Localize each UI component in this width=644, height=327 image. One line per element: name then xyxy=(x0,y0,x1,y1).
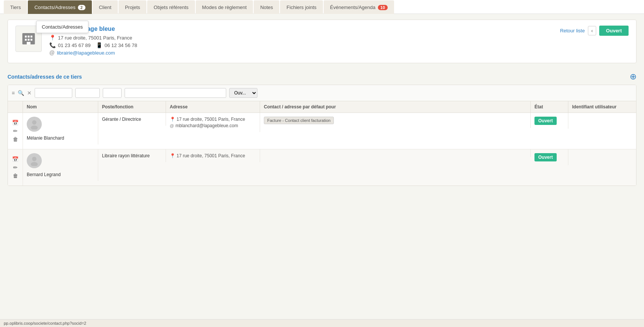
section-header: Contacts/adresses de ce tiers ⊕ xyxy=(0,69,644,85)
tab-tiers[interactable]: Tiers xyxy=(4,0,27,14)
svg-point-11 xyxy=(31,162,38,166)
row1-identifiant xyxy=(568,113,636,120)
col-actions xyxy=(8,101,23,113)
svg-rect-3 xyxy=(30,36,32,38)
calendar-icon[interactable]: 📅 xyxy=(12,120,18,126)
svg-rect-2 xyxy=(28,36,30,38)
filter-poste-input[interactable] xyxy=(75,88,100,98)
email-icon: @ xyxy=(49,50,55,56)
row2-actions: 📅 ✏ 🗑 xyxy=(8,149,23,186)
edit-icon[interactable]: ✏ xyxy=(13,128,18,134)
add-contact-button[interactable]: ⊕ xyxy=(630,73,636,81)
company-name[interactable]: Librairie La page bleue xyxy=(49,26,553,32)
tab-fichiers[interactable]: Fichiers joints xyxy=(280,0,323,14)
row2-identifiant xyxy=(568,149,636,157)
filter-address-input[interactable] xyxy=(103,88,122,98)
row1-tag: Facture - Contact client facturation xyxy=(260,113,531,128)
table-header: Nom Poste/fonction Adresse Contact / adr… xyxy=(8,101,636,113)
col-adresse[interactable]: Adresse xyxy=(166,101,260,113)
edit-icon[interactable]: ✏ xyxy=(13,164,18,170)
svg-point-9 xyxy=(31,126,38,130)
contacts-table: ≡ 🔍 ✕ Ouv... Ouvert Fermé Nom Poste/fonc… xyxy=(8,85,636,186)
mobile-icon: 📱 xyxy=(96,42,102,48)
avatar-melanie xyxy=(27,117,42,132)
calendar-icon[interactable]: 📅 xyxy=(12,156,18,162)
avatar-bernard xyxy=(27,153,42,168)
row2-address: 📍17 rue droite, 75001 Paris, France xyxy=(166,149,260,162)
location-icon: 📍 xyxy=(170,117,175,122)
table-row: 📅 ✏ 🗑 Bernard Legrand Libraire rayon lit… xyxy=(8,149,636,186)
col-nom[interactable]: Nom xyxy=(23,101,98,113)
at-icon: @ xyxy=(170,123,174,128)
row2-tag xyxy=(260,149,531,157)
building-icon xyxy=(21,31,36,46)
row1-actions: 📅 ✏ 🗑 xyxy=(8,113,23,149)
return-link[interactable]: Retour liste xyxy=(560,28,585,33)
row2-status-badge: Ouvert xyxy=(534,153,557,161)
company-card: Librairie La page bleue 📍 17 rue droite,… xyxy=(8,20,636,63)
clear-filter-button[interactable]: ✕ xyxy=(27,90,32,96)
row2-name-cell: Bernard Legrand xyxy=(23,149,98,181)
tab-projets[interactable]: Projets xyxy=(119,0,146,14)
filter-name-input[interactable] xyxy=(35,88,72,98)
return-area: Retour liste ‹ Ouvert xyxy=(560,26,629,36)
delete-icon[interactable]: 🗑 xyxy=(13,136,18,142)
svg-rect-1 xyxy=(25,36,27,38)
filter-row: ≡ 🔍 ✕ Ouv... Ouvert Fermé xyxy=(8,85,636,101)
company-address: 📍 17 rue droite, 75001 Paris, France xyxy=(49,35,553,41)
search-icon: 🔍 xyxy=(18,90,24,96)
row1-poste: Gérante / Directrice xyxy=(98,113,166,126)
row2-contact-name[interactable]: Bernard Legrand xyxy=(27,172,94,177)
col-poste[interactable]: Poste/fonction xyxy=(98,101,166,113)
location-icon: 📍 xyxy=(49,35,56,41)
tab-evenements[interactable]: Événements/Agenda 10 xyxy=(324,0,394,14)
row1-address: 📍17 rue droite, 75001 Paris, France @ mb… xyxy=(166,113,260,132)
row1-name-cell: Mélanie Blanchard xyxy=(23,113,98,144)
tab-modes[interactable]: Modes de règlement xyxy=(196,0,253,14)
col-default[interactable]: Contact / adresse par défaut pour xyxy=(260,101,531,113)
company-status-badge: Ouvert xyxy=(599,26,629,36)
section-title: Contacts/adresses de ce tiers xyxy=(8,74,82,80)
list-icon: ≡ xyxy=(12,90,15,96)
svg-point-10 xyxy=(32,157,37,161)
row1-status: Ouvert xyxy=(531,113,568,129)
company-email: @ librairie@lapagebleue.com xyxy=(49,50,553,56)
filter-status-select[interactable]: Ouv... Ouvert Fermé xyxy=(229,88,257,98)
row1-tag-badge: Facture - Contact client facturation xyxy=(264,117,334,124)
svg-rect-7 xyxy=(27,42,30,44)
evenements-badge: 10 xyxy=(378,5,388,10)
svg-rect-6 xyxy=(30,39,32,41)
company-phones: 📞 01 23 45 67 89 📱 06 12 34 56 78 xyxy=(49,42,553,48)
svg-rect-5 xyxy=(28,39,30,41)
table-row: 📅 ✏ 🗑 Mélanie Blanchard Gérante / Direct… xyxy=(8,113,636,149)
col-identifiant[interactable]: Identifiant utilisateur xyxy=(568,101,636,113)
tab-contacts[interactable]: Contacts/Adresses 2 xyxy=(28,0,91,14)
filter-default-input[interactable] xyxy=(125,88,226,98)
delete-icon[interactable]: 🗑 xyxy=(13,173,18,179)
col-etat[interactable]: État xyxy=(531,101,568,113)
tab-client[interactable]: Client xyxy=(93,0,118,14)
phone-icon: 📞 xyxy=(49,42,56,48)
svg-point-8 xyxy=(32,120,37,125)
row1-status-badge: Ouvert xyxy=(534,117,557,125)
tooltip-contacts: Contacts/Adresses xyxy=(36,21,88,33)
row2-status: Ouvert xyxy=(531,149,568,165)
tab-objets[interactable]: Objets référents xyxy=(147,0,195,14)
tabs-bar: Tiers Contacts/Adresses 2 Client Projets… xyxy=(0,0,644,14)
svg-rect-4 xyxy=(25,39,27,41)
row2-poste: Libraire rayon littérature xyxy=(98,149,166,162)
chevron-left-button[interactable]: ‹ xyxy=(588,26,596,35)
company-info: Librairie La page bleue 📍 17 rue droite,… xyxy=(49,26,553,57)
contacts-badge: 2 xyxy=(78,5,85,10)
row1-contact-name[interactable]: Mélanie Blanchard xyxy=(27,135,94,141)
location-icon: 📍 xyxy=(170,153,175,158)
tab-notes[interactable]: Notes xyxy=(254,0,279,14)
